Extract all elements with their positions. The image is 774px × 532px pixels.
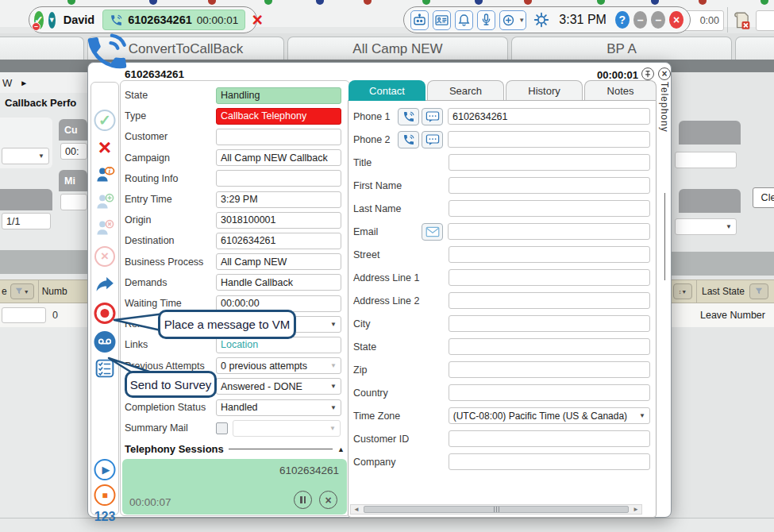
- tab-label: All Camp NEW: [352, 41, 442, 57]
- business-process-input[interactable]: All Camp NEW: [216, 253, 341, 270]
- settings-gear-icon[interactable]: [533, 11, 550, 29]
- contact-card-icon[interactable]: [433, 10, 451, 30]
- entry-time-label: Entry Time: [125, 194, 216, 205]
- summary-mail-checkbox[interactable]: [216, 422, 228, 434]
- last-state-value: Leave Number: [672, 310, 765, 321]
- sms-icon[interactable]: [422, 108, 443, 125]
- customer-input[interactable]: [216, 129, 341, 145]
- first-name-input[interactable]: [449, 177, 650, 194]
- time-zone-select[interactable]: (UTC-08:00) Pacific Time (US & Canada)▼: [449, 407, 650, 424]
- filter-sort-button[interactable]: [749, 283, 768, 299]
- record-icon[interactable]: [94, 303, 116, 324]
- destination-input[interactable]: 6102634261: [216, 233, 341, 249]
- tab-history[interactable]: History: [506, 80, 583, 100]
- sms-icon[interactable]: [422, 131, 443, 148]
- tab-search[interactable]: Search: [427, 80, 504, 100]
- entry-time-input[interactable]: 3:29 PM: [216, 191, 341, 208]
- col-number[interactable]: Numb: [39, 286, 67, 297]
- col-last-state[interactable]: Last State: [697, 286, 745, 297]
- links-input[interactable]: Location: [216, 337, 341, 353]
- scroll-right-icon[interactable]: ►: [12, 79, 28, 87]
- title-input[interactable]: [449, 154, 650, 171]
- filter-sort-button[interactable]: ↕▼: [673, 283, 692, 299]
- agent-toolbar-group: ✓– ▼ David 6102634261 00:00:01 ×: [29, 6, 257, 33]
- zip-input[interactable]: [449, 361, 650, 378]
- pin-icon[interactable]: [641, 67, 654, 80]
- script-error-icon[interactable]: [731, 10, 752, 33]
- call-phone-icon[interactable]: [398, 131, 419, 148]
- scroll-thumb[interactable]: [364, 506, 629, 513]
- email-input[interactable]: [448, 223, 650, 240]
- bell-icon[interactable]: [455, 10, 473, 30]
- hangup-icon[interactable]: ×: [252, 12, 262, 28]
- filter-sort-button[interactable]: ▼: [10, 283, 34, 299]
- completion-status-input[interactable]: Handled▼: [216, 399, 341, 416]
- exit-icon[interactable]: ×: [669, 11, 684, 29]
- type-label: Type: [125, 110, 216, 121]
- phone-2-input[interactable]: [448, 131, 650, 148]
- demands-input[interactable]: Handle Callback: [216, 274, 341, 291]
- row-filter-input[interactable]: [2, 307, 46, 323]
- tab-all-camp-new[interactable]: All Camp NEW: [287, 37, 508, 60]
- call-phone-icon[interactable]: [398, 108, 419, 125]
- address-line-1-input[interactable]: [449, 269, 650, 286]
- add-session-button[interactable]: ▼: [499, 10, 526, 30]
- restore-icon[interactable]: –: [651, 11, 665, 29]
- summary-mail-select[interactable]: ▼: [233, 420, 341, 437]
- right-select[interactable]: ▼: [675, 218, 737, 235]
- close-dialog-icon[interactable]: ×: [658, 67, 671, 80]
- state-input[interactable]: Handling: [216, 87, 341, 104]
- tab-partial-left[interactable]: [0, 37, 84, 60]
- microphone-icon[interactable]: [477, 10, 495, 30]
- status-dropdown-icon[interactable]: ▼: [48, 12, 56, 29]
- field-input[interactable]: Answered - DONE▼: [216, 378, 341, 395]
- play-icon[interactable]: ▶: [94, 459, 116, 480]
- agent-info-icon[interactable]: i: [94, 165, 116, 184]
- city-input[interactable]: [449, 315, 650, 332]
- dialpad-button[interactable]: 123: [94, 510, 116, 524]
- address-line-2-input[interactable]: [449, 292, 650, 309]
- horizontal-scrollbar[interactable]: ◄ ►: [350, 504, 642, 515]
- country-input[interactable]: [449, 384, 650, 401]
- right-input-1[interactable]: [675, 152, 737, 168]
- campaign-input[interactable]: All Camp NEW Callback: [216, 149, 341, 166]
- street-input[interactable]: [449, 246, 650, 263]
- tab-contact[interactable]: Contact: [348, 80, 426, 101]
- previous-attempts-input[interactable]: 0 previous attempts▼: [216, 357, 341, 374]
- type-input[interactable]: Callback Telephony: [216, 108, 341, 125]
- street-label: Street: [353, 249, 449, 260]
- help-icon[interactable]: ?: [615, 11, 630, 29]
- survey-checklist-icon[interactable]: [95, 359, 114, 378]
- clear-button[interactable]: Cle: [753, 187, 774, 208]
- stat1-value: 00:: [60, 143, 87, 160]
- tab-partial-right[interactable]: [735, 37, 774, 60]
- transfer-arrow-icon[interactable]: [94, 275, 115, 294]
- left-filter-select[interactable]: ▼: [2, 148, 49, 164]
- company-input[interactable]: [449, 453, 650, 470]
- phone-1-input[interactable]: 6102634261: [448, 108, 650, 125]
- add-contact-icon: [94, 192, 116, 211]
- email-icon[interactable]: [422, 223, 443, 241]
- customer-id-input[interactable]: [449, 430, 650, 447]
- stop-icon[interactable]: ■: [94, 484, 116, 506]
- end-session-icon[interactable]: ×: [319, 491, 337, 509]
- last-name-input[interactable]: [449, 200, 650, 217]
- telephony-sessions-header[interactable]: Telephony Sessions ▲: [125, 443, 345, 455]
- voicemail-icon[interactable]: [94, 331, 116, 353]
- hold-icon[interactable]: [294, 491, 312, 509]
- agent-status-icon[interactable]: ✓–: [34, 11, 44, 29]
- routing-info-input[interactable]: [216, 170, 341, 187]
- accept-icon[interactable]: ✓: [94, 110, 116, 131]
- scroll-right-icon[interactable]: ►: [630, 506, 641, 513]
- bot-icon[interactable]: [410, 10, 429, 30]
- active-call-pill[interactable]: 6102634261 00:00:01: [102, 10, 245, 30]
- reject-icon[interactable]: ×: [98, 135, 111, 160]
- origin-input[interactable]: 3018100001: [216, 212, 341, 229]
- telephony-side-tab[interactable]: Telephony: [659, 82, 672, 280]
- tab-bp-a[interactable]: BP A: [511, 37, 732, 60]
- tab-notes[interactable]: Notes: [584, 80, 657, 100]
- minimize-icon[interactable]: –: [633, 11, 648, 29]
- scroll-left-icon[interactable]: ◄: [351, 506, 362, 513]
- state-input[interactable]: [449, 338, 650, 355]
- collapse-icon[interactable]: ▲: [337, 445, 345, 453]
